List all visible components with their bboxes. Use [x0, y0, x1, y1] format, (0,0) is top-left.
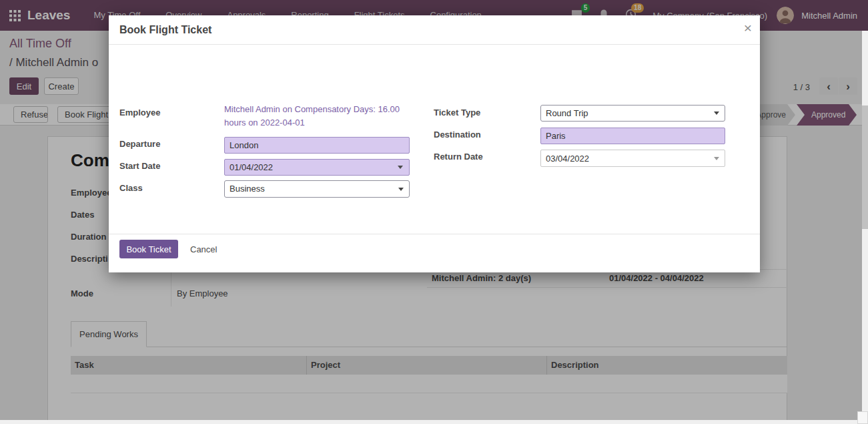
return-date-caret-icon[interactable] — [714, 157, 719, 160]
label-destination: Destination — [434, 130, 481, 140]
class-select[interactable]: Business — [224, 180, 410, 198]
label-start-date: Start Date — [119, 161, 160, 171]
dialog-header-divider — [109, 44, 760, 45]
horizontal-scrollbar-track[interactable] — [0, 420, 862, 424]
dialog-title: Book Flight Ticket — [119, 15, 211, 45]
class-select-value: Business — [230, 184, 265, 194]
departure-input[interactable] — [224, 137, 410, 154]
label-ticket-type: Ticket Type — [434, 108, 480, 118]
employee-link[interactable]: Mitchell Admin on Compensatory Days: 16.… — [224, 103, 414, 130]
cancel-button[interactable]: Cancel — [190, 240, 217, 258]
label-departure: Departure — [119, 139, 160, 149]
ticket-type-select[interactable]: Round Trip — [540, 105, 725, 122]
chevron-down-icon — [714, 112, 719, 115]
vertical-scrollbar-thumb[interactable] — [862, 105, 868, 229]
return-date-input[interactable] — [540, 150, 725, 167]
book-ticket-button[interactable]: Book Ticket — [119, 240, 178, 258]
start-date-input[interactable] — [224, 159, 410, 176]
close-icon[interactable]: × — [744, 21, 752, 35]
book-flight-ticket-dialog: Book Flight Ticket × Employee Departure … — [109, 15, 760, 272]
label-return-date: Return Date — [434, 152, 483, 162]
chevron-down-icon — [398, 188, 404, 191]
label-modal-employee: Employee — [119, 108, 160, 118]
dialog-footer: Book Ticket Cancel — [109, 234, 760, 272]
start-date-caret-icon[interactable] — [398, 166, 403, 169]
scrollbar-corner — [857, 411, 868, 424]
destination-input[interactable] — [540, 128, 725, 144]
ticket-type-select-value: Round Trip — [546, 108, 588, 118]
label-class: Class — [119, 183, 143, 193]
